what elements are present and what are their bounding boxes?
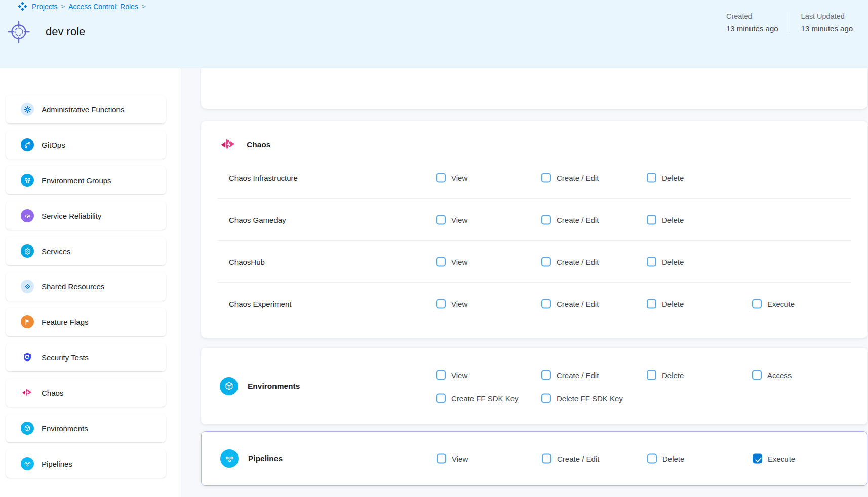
checkbox-create-ff-sdk-key[interactable] bbox=[436, 394, 446, 403]
row-label: Chaos Infrastructure bbox=[229, 174, 298, 182]
checkbox-label: View bbox=[451, 216, 467, 224]
sidebar-item-label: GitOps bbox=[42, 141, 65, 149]
checkbox-execute[interactable] bbox=[753, 454, 762, 464]
service-reliability-icon bbox=[21, 209, 34, 222]
sidebar-item-label: Security Tests bbox=[42, 353, 89, 362]
checkbox-create-edit[interactable] bbox=[541, 257, 551, 267]
checkbox-view[interactable] bbox=[436, 173, 446, 183]
checkbox-label: Execute bbox=[767, 300, 795, 308]
breadcrumb-roles-link[interactable]: Access Control: Roles bbox=[68, 3, 138, 11]
sidebar-item-service-reliability[interactable]: Service Reliability bbox=[6, 201, 166, 230]
permission-row-chaos-infrastructure: Chaos Infrastructure View Create / Edit … bbox=[201, 157, 867, 198]
breadcrumb-separator: > bbox=[142, 3, 146, 10]
breadcrumb-separator: > bbox=[61, 3, 65, 10]
checkbox-delete[interactable] bbox=[647, 299, 656, 309]
checkbox-view[interactable] bbox=[436, 299, 446, 309]
checkbox-label: Delete bbox=[662, 174, 684, 182]
checkbox-access[interactable] bbox=[752, 370, 762, 380]
checkbox-label: View bbox=[451, 371, 467, 380]
checkbox-view[interactable] bbox=[437, 454, 446, 464]
gear-icon bbox=[21, 103, 34, 116]
pipelines-icon bbox=[21, 457, 34, 470]
environments-section-card: Environments View Create / Edit Delete A… bbox=[201, 348, 867, 424]
checkbox-label: Delete FF SDK Key bbox=[557, 394, 623, 403]
checkbox-label: Create / Edit bbox=[557, 300, 599, 308]
checkbox-label: Access bbox=[767, 371, 792, 380]
projects-logo-icon bbox=[18, 2, 27, 11]
sidebar-item-shared-resources[interactable]: Shared Resources bbox=[6, 272, 166, 301]
sidebar-item-label: Chaos bbox=[42, 389, 63, 397]
checkbox-delete[interactable] bbox=[647, 215, 656, 225]
sidebar-item-administrative-functions[interactable]: Administrative Functions bbox=[6, 95, 166, 123]
chaos-section-card: Chaos Chaos Infrastructure View Create /… bbox=[201, 121, 867, 338]
checkbox-delete[interactable] bbox=[647, 370, 656, 380]
checkbox-view[interactable] bbox=[436, 370, 446, 380]
checkbox-execute[interactable] bbox=[752, 299, 762, 309]
checkbox-create-edit[interactable] bbox=[541, 215, 551, 225]
checkbox-delete[interactable] bbox=[647, 454, 657, 464]
breadcrumb-projects-link[interactable]: Projects bbox=[32, 3, 58, 11]
checkbox-label: Delete bbox=[662, 216, 684, 224]
checkbox-create-edit[interactable] bbox=[541, 299, 551, 309]
checkbox-create-edit[interactable] bbox=[541, 370, 551, 380]
checkbox-label: Create FF SDK Key bbox=[451, 394, 519, 403]
checkbox-delete-ff-sdk-key[interactable] bbox=[541, 394, 551, 403]
sidebar-item-label: Feature Flags bbox=[42, 318, 89, 326]
checkbox-delete[interactable] bbox=[647, 173, 656, 183]
sidebar-item-environments[interactable]: Environments bbox=[6, 414, 166, 442]
permission-row-chaos-gameday: Chaos Gameday View Create / Edit Delete bbox=[201, 199, 867, 240]
permission-row-chaoshub: ChaosHub View Create / Edit Delete bbox=[201, 241, 867, 282]
shared-resources-icon bbox=[21, 280, 34, 293]
sidebar-item-chaos[interactable]: Chaos bbox=[6, 379, 166, 407]
sidebar-item-environment-groups[interactable]: Environment Groups bbox=[6, 166, 166, 194]
sidebar-item-label: Service Reliability bbox=[42, 212, 101, 220]
checkbox-create-edit[interactable] bbox=[541, 173, 551, 183]
checkbox-label: Create / Edit bbox=[557, 454, 599, 463]
permission-row-chaos-experiment: Chaos Experiment View Create / Edit Dele… bbox=[201, 283, 867, 324]
checkbox-label: View bbox=[451, 258, 467, 266]
chaos-section-title: Chaos bbox=[247, 140, 270, 149]
sidebar-item-gitops[interactable]: GitOps bbox=[6, 131, 166, 159]
created-label: Created bbox=[726, 12, 778, 20]
sidebar-item-feature-flags[interactable]: Feature Flags bbox=[6, 308, 166, 336]
sidebar-item-label: Services bbox=[42, 247, 71, 256]
checkbox-label: Create / Edit bbox=[557, 216, 599, 224]
sidebar-item-label: Environments bbox=[42, 424, 88, 433]
row-label: Chaos Gameday bbox=[229, 216, 286, 224]
services-icon bbox=[21, 244, 34, 258]
pipelines-section-card-selected: Pipelines View Create / Edit Delete Exec… bbox=[201, 431, 867, 486]
resource-sidebar: Administrative Functions GitOps Environm… bbox=[0, 68, 181, 497]
checkbox-label: Create / Edit bbox=[557, 174, 599, 182]
checkbox-label: View bbox=[452, 454, 468, 463]
gitops-icon bbox=[21, 138, 34, 151]
chaos-icon bbox=[21, 386, 34, 399]
card-partial-top bbox=[201, 68, 867, 109]
last-updated-value: 13 minutes ago bbox=[801, 24, 853, 33]
feature-flags-icon bbox=[21, 315, 34, 328]
checkbox-label: Delete bbox=[662, 300, 684, 308]
breadcrumb: Projects > Access Control: Roles > bbox=[18, 2, 145, 11]
checkbox-label: Delete bbox=[662, 258, 684, 266]
permission-row-environments-ff-sdk: Create FF SDK Key Delete FF SDK Key bbox=[201, 387, 867, 410]
sidebar-item-pipelines[interactable]: Pipelines bbox=[6, 449, 166, 478]
checkbox-delete[interactable] bbox=[647, 257, 656, 267]
checkbox-label: Delete bbox=[662, 454, 684, 463]
permission-row-pipelines: View Create / Edit Delete Execute bbox=[202, 432, 867, 485]
environment-groups-icon bbox=[21, 174, 34, 187]
page-header: Projects > Access Control: Roles > dev r… bbox=[0, 0, 868, 68]
sidebar-item-services[interactable]: Services bbox=[6, 237, 166, 265]
created-value: 13 minutes ago bbox=[726, 24, 778, 33]
sidebar-item-label: Shared Resources bbox=[42, 282, 104, 291]
checkbox-view[interactable] bbox=[436, 215, 446, 225]
chaos-section-icon bbox=[220, 136, 237, 153]
sidebar-item-label: Administrative Functions bbox=[42, 105, 124, 114]
checkbox-create-edit[interactable] bbox=[542, 454, 551, 464]
role-target-icon bbox=[7, 20, 30, 44]
checkbox-label: View bbox=[451, 300, 467, 308]
checkbox-label: Create / Edit bbox=[557, 371, 599, 380]
checkbox-view[interactable] bbox=[436, 257, 446, 267]
sidebar-item-security-tests[interactable]: Security Tests bbox=[6, 343, 166, 371]
permission-row-environments: View Create / Edit Delete Access bbox=[201, 363, 867, 387]
last-updated-label: Last Updated bbox=[801, 12, 853, 20]
checkbox-label: Delete bbox=[662, 371, 684, 380]
